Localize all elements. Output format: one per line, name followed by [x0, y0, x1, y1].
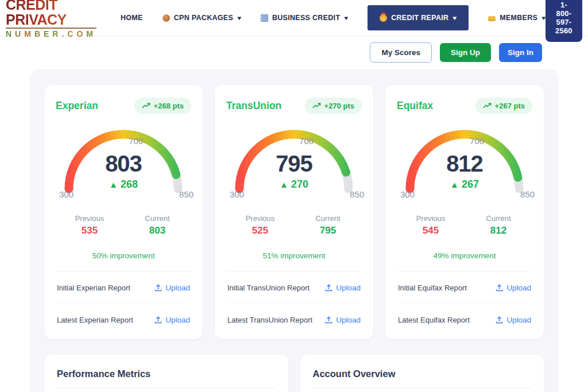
- top-navigation-bar: CREDIT PRIVACY NUMBER.COM HOME CPN PACKA…: [0, 0, 588, 36]
- latest-report-label: Latest Experian Report: [57, 316, 133, 324]
- score-card-transunion: TransUnion +270 pts 700 795 ▲270 300 850: [215, 85, 373, 339]
- bureau-title: Equifax: [397, 100, 433, 112]
- score-gauge: 700 795 ▲270 300 850: [229, 123, 359, 200]
- account-overview-panel: Account Overview Payment History 0 years: [300, 355, 544, 392]
- account-overview-title: Account Overview: [313, 368, 532, 388]
- bureau-title: TransUnion: [226, 100, 281, 112]
- up-triangle-icon: ▲: [109, 180, 118, 189]
- score-gauge: 700 803 ▲268 300 850: [58, 123, 189, 200]
- building-icon: [261, 14, 268, 22]
- initial-report-label: Initial Experian Report: [57, 284, 130, 292]
- site-logo[interactable]: CREDIT PRIVACY NUMBER.COM: [6, 0, 96, 38]
- initial-report-upload-link[interactable]: Upload: [496, 284, 531, 292]
- gauge-min-label: 300: [400, 189, 415, 199]
- score-gauge: 700 812 ▲267 300 850: [399, 123, 530, 200]
- chevron-down-icon: ▾: [541, 14, 546, 22]
- main-nav: HOME CPN PACKAGES ▾ BUSINESS CREDIT ▾ CR…: [121, 5, 546, 30]
- latest-report-upload-link[interactable]: Upload: [496, 316, 531, 324]
- trend-up-icon: [483, 103, 492, 109]
- latest-report-row: Latest Equifax Report Upload: [397, 304, 532, 336]
- chevron-down-icon: ▾: [452, 14, 457, 22]
- upload-icon: [496, 284, 503, 292]
- medal-icon: [380, 14, 387, 22]
- initial-report-row: Initial Experian Report Upload: [56, 272, 191, 304]
- previous-score: 535: [56, 225, 123, 236]
- improvement-text: 51% improvement: [226, 251, 362, 272]
- gauge-mid-label: 700: [299, 136, 314, 146]
- gauge-max-label: 850: [179, 189, 194, 199]
- nav-item-home[interactable]: HOME: [121, 14, 143, 22]
- initial-report-label: Initial Equifax Report: [398, 284, 467, 292]
- latest-report-upload-link[interactable]: Upload: [325, 316, 361, 324]
- score-value: 803: [58, 152, 189, 175]
- current-score: 812: [465, 225, 532, 236]
- gauge-max-label: 850: [520, 189, 535, 199]
- score-card-equifax: Equifax +267 pts 700 812 ▲267 300 850: [385, 85, 544, 339]
- latest-report-label: Latest TransUnion Report: [227, 316, 312, 324]
- sign-up-button[interactable]: Sign Up: [440, 43, 491, 62]
- score-delta: ▲267: [399, 178, 530, 191]
- nav-item-business-credit[interactable]: BUSINESS CREDIT ▾: [261, 14, 348, 22]
- previous-label: Previous: [226, 214, 294, 223]
- trend-up-icon: [142, 103, 150, 109]
- score-card-experian: Experian +268 pts 700 803 ▲268 300 850: [44, 85, 203, 339]
- logo-line2: NUMBER.COM: [6, 30, 96, 38]
- upload-icon: [325, 316, 332, 324]
- latest-report-row: Latest Experian Report Upload: [56, 304, 191, 336]
- initial-report-label: Initial TransUnion Report: [227, 284, 310, 292]
- latest-report-label: Latest Equifax Report: [398, 316, 470, 324]
- score-delta: ▲270: [229, 178, 359, 191]
- initial-report-row: Initial TransUnion Report Upload: [226, 272, 362, 304]
- gauge-mid-label: 700: [129, 136, 143, 146]
- previous-score: 545: [397, 225, 465, 236]
- up-triangle-icon: ▲: [450, 180, 459, 189]
- nav-item-members[interactable]: MEMBERS ▾: [488, 14, 546, 22]
- gauge-mid-label: 700: [470, 136, 484, 146]
- member-card-icon: [488, 16, 496, 21]
- my-scores-button[interactable]: My Scores: [370, 42, 432, 63]
- current-score: 795: [294, 225, 362, 236]
- gauge-max-label: 850: [350, 189, 364, 199]
- upload-icon: [496, 316, 503, 324]
- chevron-down-icon: ▾: [344, 14, 349, 22]
- chevron-down-icon: ▾: [237, 14, 242, 22]
- initial-report-upload-link[interactable]: Upload: [154, 284, 190, 292]
- upload-icon: [154, 284, 162, 292]
- improvement-text: 49% improvement: [397, 251, 532, 272]
- latest-report-upload-link[interactable]: Upload: [154, 316, 190, 324]
- points-gain-badge: +268 pts: [134, 98, 191, 114]
- current-score: 803: [123, 225, 191, 236]
- upload-icon: [154, 316, 162, 324]
- phone-number-button[interactable]: 1-800-597-2560: [546, 0, 582, 42]
- package-ball-icon: [163, 14, 170, 22]
- current-label: Current: [294, 214, 362, 223]
- performance-metrics-title: Performance Metrics: [57, 368, 276, 388]
- latest-report-row: Latest TransUnion Report Upload: [226, 304, 362, 336]
- previous-label: Previous: [397, 214, 465, 223]
- trend-up-icon: [312, 103, 321, 109]
- initial-report-row: Initial Equifax Report Upload: [397, 272, 532, 304]
- bottom-panels-row: Performance Metrics 0 Points across bure…: [44, 355, 544, 392]
- account-actions-row: My Scores Sign Up Sign In: [0, 36, 588, 69]
- points-gain-badge: +270 pts: [305, 98, 362, 114]
- previous-score: 525: [226, 225, 294, 236]
- gauge-min-label: 300: [230, 189, 244, 199]
- nav-item-credit-repair[interactable]: CREDIT REPAIR ▾: [368, 5, 469, 30]
- points-gain-badge: +267 pts: [475, 98, 532, 114]
- bureau-title: Experian: [56, 100, 98, 112]
- dashboard-content: Experian +268 pts 700 803 ▲268 300 850: [30, 69, 558, 392]
- previous-label: Previous: [56, 214, 123, 223]
- up-triangle-icon: ▲: [280, 180, 288, 189]
- nav-item-cpn-packages[interactable]: CPN PACKAGES ▾: [163, 14, 241, 22]
- improvement-text: 50% improvement: [56, 251, 191, 272]
- score-cards-row: Experian +268 pts 700 803 ▲268 300 850: [44, 85, 544, 339]
- performance-metrics-panel: Performance Metrics 0 Points across bure…: [44, 355, 288, 392]
- current-label: Current: [123, 214, 191, 223]
- score-delta: ▲268: [58, 178, 189, 191]
- initial-report-upload-link[interactable]: Upload: [325, 284, 361, 292]
- sign-in-button[interactable]: Sign In: [499, 43, 542, 62]
- current-label: Current: [465, 214, 532, 223]
- score-value: 795: [229, 152, 359, 175]
- upload-icon: [325, 284, 332, 292]
- score-value: 812: [399, 152, 530, 175]
